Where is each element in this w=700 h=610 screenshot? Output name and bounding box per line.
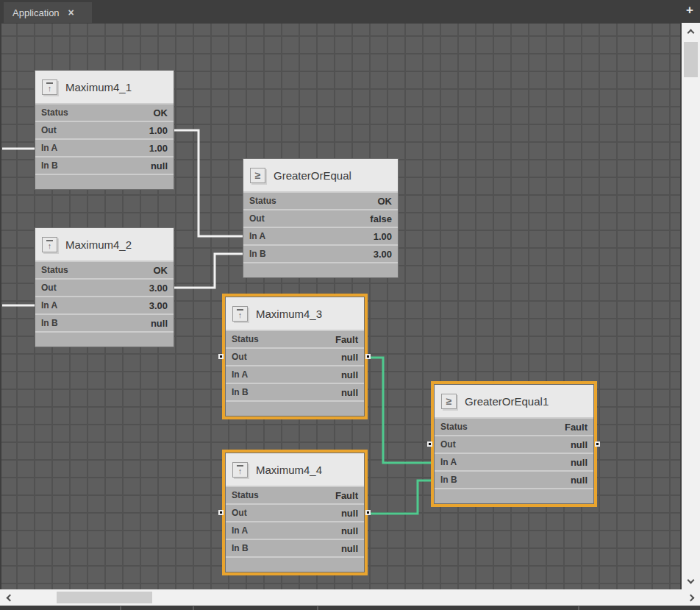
horizontal-scrollbar-thumb[interactable] [57, 592, 152, 603]
maximum-icon: ↑ [232, 306, 248, 322]
vertical-scrollbar[interactable] [682, 23, 700, 589]
pin-row-status[interactable]: StatusOK [243, 191, 398, 209]
wire-maximum4_4-to-greaterorequal1-inb[interactable] [369, 480, 432, 514]
pin-row-out[interactable]: Outnull [226, 503, 364, 521]
pin-row-out[interactable]: Outfalse [243, 209, 398, 227]
node-header[interactable]: ↑ Maximum4_4 [226, 453, 364, 486]
close-icon[interactable]: × [68, 7, 74, 18]
wire-maximum4_3-to-greaterorequal1-ina[interactable] [369, 358, 432, 463]
greater-or-equal-icon: ≥ [441, 394, 457, 409]
node-footer [435, 488, 593, 503]
scroll-right-button[interactable] [682, 589, 699, 606]
horizontal-scrollbar[interactable] [0, 589, 700, 606]
panel-divider [578, 606, 579, 610]
node-title: Maximum4_3 [256, 308, 322, 320]
node-footer [226, 400, 364, 416]
tab-application[interactable]: Application × [4, 2, 92, 23]
port-handle-maximum4_4-out-right[interactable] [365, 510, 371, 515]
bottom-panel-edge [0, 606, 700, 610]
tab-label: Application [12, 7, 60, 18]
node-footer [243, 262, 398, 277]
node-header[interactable]: ↑ Maximum4_2 [35, 228, 174, 260]
port-handle-greaterorequal1-out-left[interactable] [427, 441, 432, 447]
pin-row-in-b[interactable]: In Bnull [35, 313, 174, 331]
pin-row-in-a[interactable]: In Anull [226, 365, 364, 383]
node-greaterorequal1[interactable]: ≥ GreaterOrEqual1 StatusFault Outnull In… [431, 381, 597, 507]
node-footer [35, 174, 174, 189]
pin-row-in-b[interactable]: In Bnull [435, 470, 593, 488]
maximum-icon: ↑ [42, 237, 57, 252]
node-greaterorequal[interactable]: ≥ GreaterOrEqual StatusOK Outfalse In A1… [243, 158, 399, 278]
node-title: Maximum4_4 [256, 464, 322, 476]
greater-or-equal-icon: ≥ [250, 168, 265, 183]
pin-row-status[interactable]: StatusOK [35, 260, 174, 278]
pin-row-status[interactable]: StatusFault [435, 417, 593, 435]
port-handle-maximum4_3-out-right[interactable] [365, 354, 371, 359]
node-maximum4_2[interactable]: ↑ Maximum4_2 StatusOK Out3.00 In A3.00 I… [35, 227, 174, 347]
pin-row-in-a[interactable]: In Anull [226, 521, 364, 539]
panel-divider [120, 606, 121, 610]
pin-row-in-a[interactable]: In Anull [435, 453, 593, 470]
node-footer [35, 331, 174, 347]
node-title: Maximum4_2 [65, 238, 132, 251]
pin-row-in-a[interactable]: In A1.00 [35, 138, 174, 156]
scroll-left-button[interactable] [1, 589, 18, 606]
tab-bar: Application × + [0, 0, 700, 23]
pin-row-in-b[interactable]: In Bnull [226, 383, 364, 400]
pin-row-status[interactable]: StatusFault [226, 330, 364, 347]
port-handle-maximum4_3-out-left[interactable] [218, 354, 224, 359]
pin-row-in-b[interactable]: In B3.00 [243, 244, 398, 262]
node-title: Maximum4_1 [65, 81, 132, 93]
node-maximum4_3[interactable]: ↑ Maximum4_3 StatusFault Outnull In Anul… [222, 294, 368, 419]
port-handle-maximum4_4-out-left[interactable] [218, 510, 224, 515]
maximum-icon: ↑ [42, 79, 57, 95]
diagram-canvas[interactable]: ↑ Maximum4_1 StatusOK Out1.00 In A1.00 I… [1, 24, 680, 589]
vertical-scrollbar-thumb[interactable] [684, 42, 698, 77]
node-maximum4_1[interactable]: ↑ Maximum4_1 StatusOK Out1.00 In A1.00 I… [35, 70, 174, 190]
node-footer [226, 556, 364, 572]
node-maximum4_4[interactable]: ↑ Maximum4_4 StatusFault Outnull In Anul… [222, 450, 368, 575]
scroll-up-button[interactable] [682, 24, 699, 40]
pin-row-out[interactable]: Out3.00 [35, 278, 174, 296]
panel-divider [317, 606, 318, 610]
pin-row-in-a[interactable]: In A3.00 [35, 296, 174, 313]
pin-row-in-b[interactable]: In Bnull [226, 539, 364, 556]
pin-row-in-a[interactable]: In A1.00 [243, 227, 398, 244]
pin-row-out[interactable]: Outnull [435, 435, 593, 453]
panel-divider [193, 606, 194, 610]
node-header[interactable]: ≥ GreaterOrEqual1 [435, 385, 593, 417]
pin-row-status[interactable]: StatusFault [226, 486, 364, 503]
wire-maximum4_2-to-greaterorequal-inb[interactable] [174, 254, 243, 288]
pin-row-out[interactable]: Outnull [226, 347, 364, 365]
node-title: GreaterOrEqual1 [465, 395, 549, 408]
node-header[interactable]: ↑ Maximum4_3 [226, 297, 364, 330]
maximum-icon: ↑ [232, 462, 248, 478]
pin-row-status[interactable]: StatusOK [35, 103, 174, 121]
pin-row-out[interactable]: Out1.00 [35, 121, 174, 138]
port-handle-greaterorequal1-out-right[interactable] [595, 441, 600, 447]
node-header[interactable]: ↑ Maximum4_1 [35, 71, 174, 103]
pin-row-in-b[interactable]: In Bnull [35, 156, 174, 174]
node-header[interactable]: ≥ GreaterOrEqual [243, 159, 398, 191]
new-tab-button[interactable]: + [686, 4, 693, 16]
node-title: GreaterOrEqual [274, 169, 351, 182]
scroll-down-button[interactable] [682, 572, 699, 588]
wire-maximum4_1-to-greaterorequal-ina[interactable] [174, 130, 243, 236]
